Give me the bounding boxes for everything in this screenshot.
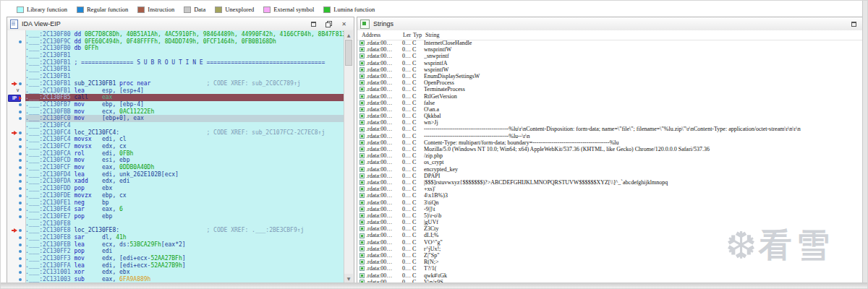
disasm-line[interactable]: .___:2C130FB0 db 0FFh	[7, 45, 344, 52]
close-button[interactable]: ✕	[339, 20, 349, 28]
disasm-line[interactable]: .___:2C130FDD pop ebx	[7, 185, 344, 192]
disasm-line[interactable]: .___:2C130FFA lea edi, [edi+ecx-52AA27B9…	[7, 262, 344, 269]
string-row[interactable]: .rdata:00…0…CRtlGetVersion	[357, 93, 864, 100]
disasm-line[interactable]: .___:2C130FB1	[7, 73, 344, 80]
disasm-line[interactable]: .___:2C130FE8 loc_2C130FE8: ; CODE XREF:…	[7, 227, 344, 234]
disasm-line[interactable]: .___:2C131001 xor edx, ebx	[7, 269, 344, 276]
disasm-line[interactable]: .___:2C130FC4 movsx edi, cl	[7, 136, 344, 143]
column-header-type[interactable]: Typ	[413, 30, 425, 40]
disasm-line[interactable]: .___:2C130FF2 pop edi	[7, 248, 344, 255]
string-row[interactable]: .rdata:00…0…CR(N;>	[357, 259, 864, 265]
string-row[interactable]: .rdata:00…0…CContent-Type: multipart/for…	[357, 139, 864, 146]
disasm-line[interactable]: .___:2C130FDE movzx ebp, cx	[7, 192, 344, 199]
string-row[interactable]: .rdata:00…0…CEnumDisplaySettingsW	[357, 73, 864, 79]
string-row[interactable]: .rdata:00…0…Cwn>Jj	[357, 119, 864, 126]
string-row[interactable]: .rdata:00…0…C3\tiQn	[357, 199, 864, 206]
string-row[interactable]: .rdata:00…0…CVO^"g"	[357, 239, 864, 246]
string-row[interactable]: .rdata:00…0…Cqwk#\tGk	[357, 272, 864, 279]
string-row[interactable]: .rdata:00…0…C5)\r-o\b	[357, 212, 864, 219]
disasm-line[interactable]: .___:2C130FB1	[7, 52, 344, 59]
string-icon-glyph	[359, 173, 365, 178]
string-address: .rdata:00…	[366, 126, 402, 132]
disasm-line[interactable]: .___:2C130FB1 sub_2C130FB1 proc near ; C…	[7, 80, 344, 87]
string-row[interactable]: .rdata:00…0…COpenProcess	[357, 79, 864, 86]
disasm-line[interactable]: .___:2C130FC7 movsx edx, cx	[7, 143, 344, 150]
disasm-line[interactable]: .___:2C130FCA rol edi, 0FBh	[7, 150, 344, 158]
strings-window-buttons	[849, 20, 861, 28]
disasm-line[interactable]: .___:2C130F80 dd 0BC7D8C8Dh, 40B51A1Ah, …	[7, 31, 344, 38]
disasm-line[interactable]: .___:2C130FB7 mov ebp, [ebp-4]	[7, 101, 344, 108]
disasm-line[interactable]: .___:2C130FF3 mov edx, [edi+ecx-52AA27BF…	[7, 255, 344, 262]
disasm-line[interactable]: .___:2C130FCF mov eax, 0DDB0A40Dh	[7, 164, 344, 171]
disasm-line[interactable]: .___:2C130FE8 sar dl, 41h	[7, 234, 344, 241]
scroll-thumb[interactable]	[345, 40, 352, 66]
disasm-line[interactable]: IP.___:2C130FB5 call eax	[7, 94, 344, 101]
disasm-line[interactable]: .___:2C130FDA xadd edx, edi	[7, 178, 344, 185]
token-num: 0AC11222Eh	[119, 108, 154, 115]
scroll-down-icon[interactable]: ▼	[344, 274, 353, 282]
string-row[interactable]: .rdata:00…0…CT?/1(	[357, 265, 864, 272]
disasm-line[interactable]: .___:2C130FE7 pop ebp	[7, 213, 344, 220]
disasm-line[interactable]: .___:2C130FD4 lea edi, unk_262E102B[ecx]	[7, 171, 344, 178]
line-gutter	[7, 213, 25, 220]
string-row[interactable]: .rdata:00…0…CZ3Cty	[357, 225, 864, 232]
string-row[interactable]: .rdata:00…0…C|$$$]rstuvwxyz{$$$$$$$)?>AB…	[357, 179, 864, 186]
collapse-chevron-icon[interactable]: ∨	[16, 87, 20, 95]
disasm-line[interactable]: .___:2C131003 sub eax, 6FA9A889h	[7, 276, 344, 282]
float-button[interactable]	[324, 20, 333, 28]
disasm-line[interactable]: .___:2C130FB1 ; =============== S U B R …	[7, 59, 344, 66]
disasm-line[interactable]: .___:2C130FC0 mov [ebp+0], eax	[7, 115, 344, 122]
column-header-length[interactable]: Ler	[403, 30, 413, 40]
disasm-titlebar[interactable]: IDA View-EIP ✕	[7, 17, 354, 31]
disasm-line[interactable]: .___:2C130F9C dd 0FE60C494h, 0F48FFFFh, …	[7, 38, 344, 46]
string-row[interactable]: .rdata:00…0…CDPAPI	[357, 173, 864, 179]
disasm-line[interactable]: .___:2C130FEB lea ecx, ds:53BCA29Fh[eax*…	[7, 241, 344, 249]
string-row[interactable]: .rdata:00…0…CO\an.a	[357, 106, 864, 113]
string-row[interactable]: .rdata:00…0…C4\x1B%)3	[357, 192, 864, 199]
string-row[interactable]: .rdata:00…0…CdLI;%	[357, 232, 864, 238]
strings-maximize-button[interactable]	[849, 20, 859, 28]
disassembly-view[interactable]: .___:2C130F80 dd 0BC7D8C8Dh, 40B51A1Ah, …	[7, 30, 354, 282]
string-row[interactable]: .rdata:00…0…Cr^jUx!;	[357, 246, 864, 252]
line-gutter	[7, 73, 25, 80]
disasm-line[interactable]: .___:2C130FC4	[7, 122, 344, 129]
string-row[interactable]: .rdata:00…0…Cfalse	[357, 100, 864, 106]
disasm-scrollbar[interactable]: ▲ ▼	[344, 30, 354, 282]
string-row[interactable]: .rdata:00…0…Cencrypted_key	[357, 166, 864, 173]
string-row[interactable]: .rdata:00…0…C---------------------------…	[357, 133, 864, 139]
string-row[interactable]: .rdata:00…0…CwsprintfA	[357, 60, 864, 66]
string-address: .rdata:00…	[366, 186, 402, 192]
string-row[interactable]: .rdata:00…0…CInternetCloseHandle	[357, 40, 864, 46]
disasm-line[interactable]: .___:2C130FE4 sar eax, 6	[7, 206, 344, 213]
disasm-line[interactable]: .___:2C130FC4 loc_2C130FC4: ; CODE XREF:…	[7, 129, 344, 137]
string-row[interactable]: .rdata:00…0…C-9|]\t	[357, 206, 864, 212]
strings-view[interactable]: Address Ler Typ String .rdata:00…0…CInte…	[357, 30, 864, 282]
line-gutter	[7, 227, 25, 234]
disasm-line[interactable]: .___:2C130FE1 neg bp	[7, 199, 344, 207]
string-row[interactable]: .rdata:00…0…CwnsprintfW	[357, 46, 864, 53]
string-row[interactable]: .rdata:00…0…C+xs)'	[357, 186, 864, 192]
string-row[interactable]: .rdata:00…0…C---------------------------…	[357, 126, 864, 132]
string-row[interactable]: .rdata:00…0…CTerminateProcess	[357, 86, 864, 92]
disasm-line[interactable]: .___:2C130FBB mov ecx, 0AC11222Eh	[7, 108, 344, 116]
string-row[interactable]: .rdata:00…0…Cos_crypt	[357, 159, 864, 165]
string-row[interactable]: .rdata:00…0…CMozilla/5.0 (Windows NT 10.…	[357, 146, 864, 152]
string-icon-glyph	[359, 226, 365, 231]
column-header-string[interactable]: String	[425, 30, 864, 40]
strings-titlebar[interactable]: Strings	[357, 17, 864, 31]
string-row[interactable]: .rdata:00…0…CwsprintfW	[357, 66, 864, 73]
string-row[interactable]: .rdata:00…0…C_snwprintf	[357, 53, 864, 59]
string-length: 0…	[402, 173, 412, 179]
string-row[interactable]: .rdata:00…0…CQkkbal	[357, 113, 864, 119]
maximize-button[interactable]	[309, 20, 318, 28]
disasm-line[interactable]: ∨.___:2C130FB1 lea esp, [esp+4]	[7, 87, 344, 95]
string-row[interactable]: .rdata:00…0…CZ|"Sp"	[357, 252, 864, 259]
string-row[interactable]: .rdata:00…0…C|gUVf	[357, 219, 864, 225]
string-row[interactable]: .rdata:00…0…C/zip.php	[357, 152, 864, 159]
disasm-line[interactable]: .___:2C130FCD mov esi, ebp	[7, 157, 344, 164]
line-address: .___:2C130FC7	[25, 143, 74, 150]
column-header-address[interactable]: Address	[362, 30, 403, 40]
scroll-up-icon[interactable]: ▲	[344, 30, 353, 39]
disasm-line[interactable]: .___:2C130FB1	[7, 66, 344, 73]
disasm-line[interactable]: .___:2C130FE8	[7, 220, 344, 228]
